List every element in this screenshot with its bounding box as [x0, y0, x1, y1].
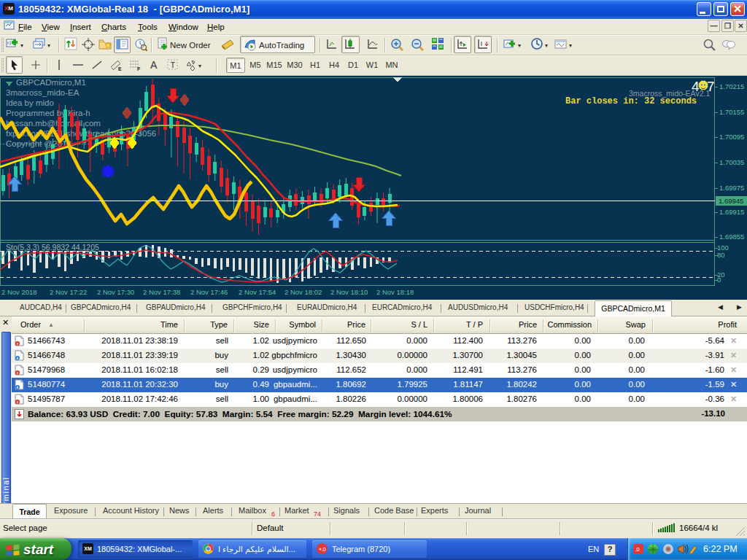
svg-text:1.70035: 1.70035 [719, 158, 744, 166]
svg-text:1.69915: 1.69915 [719, 208, 744, 216]
svg-text:2 Nov 17:54: 2 Nov 17:54 [239, 288, 276, 296]
svg-text:Sto(5,3,3) 56.9832 44.1205: Sto(5,3,3) 56.9832 44.1205 [6, 243, 99, 252]
svg-text:2 Nov 17:30: 2 Nov 17:30 [97, 288, 134, 296]
svg-text:T: T [171, 61, 176, 69]
svg-text:Bar closes in: 32 seconds: Bar closes in: 32 seconds [565, 96, 697, 106]
svg-text:4: 4 [692, 79, 700, 94]
svg-text:E: E [118, 66, 122, 71]
svg-text:2 Nov 18:02: 2 Nov 18:02 [285, 288, 322, 296]
svg-text:2 Nov 17:46: 2 Nov 17:46 [190, 288, 228, 296]
svg-text:A: A [150, 59, 158, 71]
svg-text:1.69855: 1.69855 [719, 233, 744, 241]
svg-text:1.69945: 1.69945 [719, 197, 743, 205]
svg-text:GBPCADmicro,M1: GBPCADmicro,M1 [16, 78, 86, 87]
svg-text:7: 7 [707, 79, 715, 94]
svg-text:1.70095: 1.70095 [719, 133, 744, 141]
svg-text:2 Nov 2018: 2 Nov 2018 [1, 288, 37, 296]
svg-text:0: 0 [717, 276, 721, 284]
svg-text:2 Nov 17:22: 2 Nov 17:22 [50, 288, 87, 296]
svg-text:1.69975: 1.69975 [719, 184, 744, 192]
svg-text:.0: .0 [322, 546, 326, 553]
svg-text:F: F [137, 66, 141, 71]
svg-text:2 Nov 18:18: 2 Nov 18:18 [376, 288, 414, 296]
svg-text:2 Nov 17:38: 2 Nov 17:38 [143, 288, 180, 296]
svg-text:1.70215: 1.70215 [719, 82, 744, 90]
svg-text:1.70155: 1.70155 [719, 108, 744, 116]
svg-text:hassan.mb@hotmail.com: hassan.mb@hotmail.com [6, 119, 101, 128]
svg-text:.0: .0 [635, 546, 640, 553]
svg-text:2 Nov 18:10: 2 Nov 18:10 [330, 288, 368, 296]
svg-text:Idea by mido: Idea by mido [6, 98, 54, 107]
svg-text:80: 80 [717, 251, 725, 259]
svg-text:3macross_mido-EA: 3macross_mido-EA [6, 88, 80, 97]
